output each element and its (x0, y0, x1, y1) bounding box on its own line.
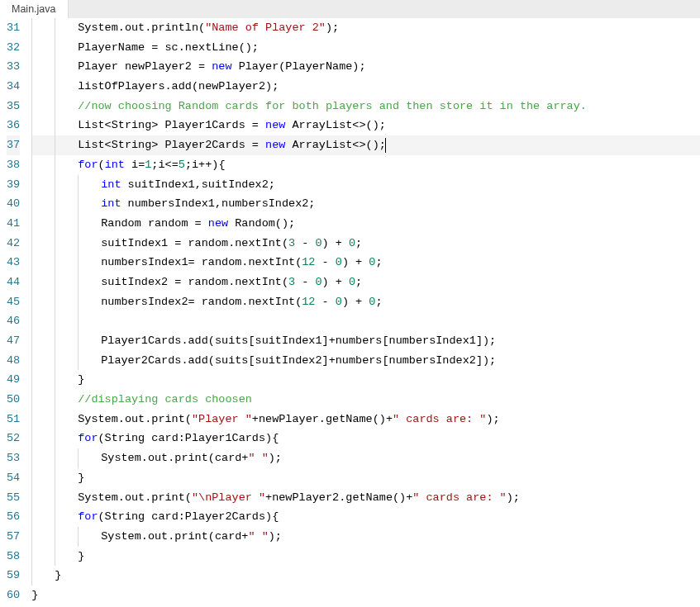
code-tokens: suitIndex2 = random.nextInt(3 - 0) + 0; (101, 273, 362, 292)
line-number: 44 (7, 273, 20, 292)
indent-guides (31, 175, 101, 195)
code-line[interactable]: List<String> Player1Cards = new ArrayLis… (31, 116, 700, 135)
code-line[interactable] (31, 311, 700, 331)
code-line[interactable]: numbersIndex1= random.nextInt(12 - 0) + … (31, 253, 700, 273)
line-number: 41 (7, 214, 20, 234)
code-tokens: int numbersIndex1,numbersIndex2; (101, 194, 315, 214)
code-line[interactable]: //now choosing Random cards for both pla… (31, 97, 700, 116)
indent-guides (31, 351, 101, 371)
code-line[interactable]: System.out.print(card+" "); (31, 527, 700, 547)
line-number: 50 (7, 390, 20, 410)
tab-bar: Main.java (0, 0, 700, 18)
code-line[interactable]: for(int i=1;i<=5;i++){ (31, 155, 700, 175)
code-line[interactable]: //displaying cards choosen (31, 390, 700, 410)
code-tokens: } (78, 370, 84, 390)
code-line[interactable]: Player newPlayer2 = new Player(PlayerNam… (31, 57, 700, 77)
code-line[interactable]: listOfPlayers.add(newPlayer2); (31, 77, 700, 97)
file-tab[interactable]: Main.java (0, 0, 69, 18)
code-tokens: for(String card:Player1Cards){ (78, 429, 279, 448)
code-tokens: Player2Cards.add(suits[suitIndex2]+numbe… (101, 351, 496, 371)
code-line[interactable]: numbersIndex2= random.nextInt(12 - 0) + … (31, 292, 700, 312)
indent-guides (31, 468, 78, 488)
line-number: 59 (7, 566, 20, 586)
code-line[interactable]: } (31, 468, 700, 488)
indent-guides (31, 214, 101, 234)
indent-guides (31, 155, 78, 175)
line-number: 37 (7, 135, 20, 155)
indent-guides (31, 18, 78, 38)
line-number: 36 (7, 116, 20, 135)
indent-guides (31, 527, 101, 547)
text-cursor (385, 138, 386, 153)
code-tokens: Player1Cards.add(suits[suitIndex1]+numbe… (101, 331, 496, 351)
code-tokens: numbersIndex2= random.nextInt(12 - 0) + … (101, 292, 382, 312)
indent-guides (31, 390, 78, 410)
line-number: 55 (7, 488, 20, 508)
code-line[interactable]: suitIndex1 = random.nextInt(3 - 0) + 0; (31, 234, 700, 254)
code-tokens: //displaying cards choosen (78, 390, 252, 410)
line-number: 32 (7, 38, 20, 58)
code-line[interactable]: System.out.print("\nPlayer "+newPlayer2.… (31, 488, 700, 508)
line-number: 31 (7, 18, 20, 38)
code-line[interactable]: suitIndex2 = random.nextInt(3 - 0) + 0; (31, 273, 700, 292)
indent-guides (31, 234, 101, 254)
indent-guides (31, 566, 55, 586)
line-number: 48 (7, 351, 20, 371)
code-tokens: Random random = new Random(); (101, 214, 295, 234)
code-tokens: System.out.println("Name of Player 2"); (78, 18, 339, 38)
indent-guides (31, 97, 78, 116)
code-line[interactable]: for(String card:Player1Cards){ (31, 429, 700, 448)
code-tokens: for(String card:Player2Cards){ (78, 507, 279, 527)
code-line[interactable]: } (31, 547, 700, 567)
indent-guides (31, 370, 78, 390)
code-tokens: int suitIndex1,suitIndex2; (101, 175, 275, 195)
indent-guides (31, 429, 78, 448)
code-line[interactable]: } (31, 370, 700, 390)
code-tokens: listOfPlayers.add(newPlayer2); (78, 77, 279, 97)
code-tokens: } (78, 547, 84, 567)
code-line[interactable]: int suitIndex1,suitIndex2; (31, 175, 700, 195)
line-number: 56 (7, 507, 20, 527)
code-line[interactable]: System.out.println("Name of Player 2"); (31, 18, 700, 38)
indent-guides (31, 135, 78, 155)
code-line[interactable]: int numbersIndex1,numbersIndex2; (31, 194, 700, 214)
indent-guides (31, 194, 101, 214)
code-tokens: System.out.print("\nPlayer "+newPlayer2.… (78, 488, 520, 508)
code-editor[interactable]: 3132333435363738394041424344454647484950… (0, 18, 700, 607)
code-line[interactable]: Random random = new Random(); (31, 214, 700, 234)
code-line[interactable]: Player1Cards.add(suits[suitIndex1]+numbe… (31, 331, 700, 351)
indent-guides (31, 410, 78, 429)
code-line[interactable]: List<String> Player2Cards = new ArrayLis… (31, 135, 700, 155)
code-line[interactable]: } (31, 566, 700, 586)
line-number: 47 (7, 331, 20, 351)
code-line[interactable]: for(String card:Player2Cards){ (31, 507, 700, 527)
line-number: 51 (7, 410, 20, 429)
code-tokens: System.out.print("Player "+newPlayer.get… (78, 410, 499, 429)
line-number: 42 (7, 234, 20, 254)
code-content[interactable]: System.out.println("Name of Player 2");P… (31, 18, 700, 607)
indent-guides (31, 116, 78, 135)
line-number: 40 (7, 194, 20, 214)
indent-guides (31, 273, 101, 292)
code-line[interactable]: PlayerName = sc.nextLine(); (31, 38, 700, 58)
code-tokens: PlayerName = sc.nextLine(); (78, 38, 259, 58)
tab-filename: Main.java (12, 3, 56, 15)
code-tokens: List<String> Player1Cards = new ArrayLis… (78, 116, 386, 135)
code-tokens: List<String> Player2Cards = new ArrayLis… (78, 135, 386, 155)
indent-guides (31, 57, 78, 77)
line-number: 54 (7, 468, 20, 488)
code-line[interactable]: System.out.print("Player "+newPlayer.get… (31, 410, 700, 429)
indent-guides (31, 253, 101, 273)
indent-guides (31, 507, 78, 527)
code-line[interactable]: Player2Cards.add(suits[suitIndex2]+numbe… (31, 351, 700, 371)
code-line[interactable]: } (31, 586, 700, 605)
line-number: 43 (7, 253, 20, 273)
code-tokens: for(int i=1;i<=5;i++){ (78, 155, 225, 175)
line-number: 35 (7, 97, 20, 116)
line-number: 39 (7, 175, 20, 195)
code-tokens: System.out.print(card+" "); (101, 448, 282, 468)
code-tokens: //now choosing Random cards for both pla… (78, 97, 587, 116)
code-line[interactable]: System.out.print(card+" "); (31, 448, 700, 468)
line-number: 53 (7, 448, 20, 468)
indent-guides (31, 311, 101, 331)
